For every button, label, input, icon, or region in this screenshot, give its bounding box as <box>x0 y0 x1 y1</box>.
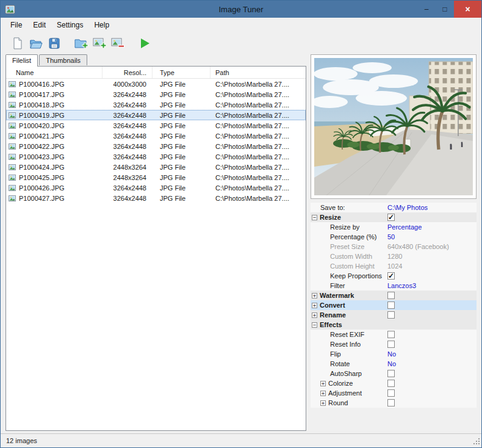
file-row[interactable]: P1000416.JPG4000x3000JPG FileC:\Photos\M… <box>6 79 306 89</box>
file-path: C:\Photos\Marbella 27.... <box>210 122 306 129</box>
expand-icon[interactable]: + <box>312 303 317 308</box>
setting-row-autosharp[interactable]: AutoSharp <box>311 369 477 378</box>
setting-value[interactable]: No <box>387 350 396 358</box>
setting-label: Preset Size <box>330 243 364 250</box>
resize-grip[interactable] <box>473 438 481 447</box>
checkbox-unchecked[interactable] <box>387 380 395 387</box>
expand-icon[interactable]: + <box>320 391 326 396</box>
file-row[interactable]: P1000426.JPG3264x2448JPG FileC:\Photos\M… <box>6 182 306 193</box>
file-row[interactable]: P1000418.JPG3264x2448JPG FileC:\Photos\M… <box>6 99 306 110</box>
setting-row-preset-size[interactable]: Preset Size640x480 (Facebook) <box>311 242 477 251</box>
checkbox-unchecked[interactable] <box>387 389 395 397</box>
checkbox-unchecked[interactable] <box>387 370 395 377</box>
column-header-type[interactable]: Type <box>153 67 210 78</box>
expand-icon[interactable]: + <box>312 313 317 318</box>
file-resolution: 3264x2448 <box>103 132 153 140</box>
checkbox-unchecked[interactable] <box>387 399 395 406</box>
setting-row-round[interactable]: +Round <box>311 398 477 408</box>
collapse-icon[interactable]: − <box>312 322 317 328</box>
setting-row-reset-exif[interactable]: Reset EXIF <box>311 330 477 339</box>
setting-row-convert[interactable]: +Convert <box>311 300 477 310</box>
setting-value[interactable]: 50 <box>387 233 395 240</box>
start-button[interactable] <box>135 34 154 52</box>
checkbox-unchecked[interactable] <box>387 292 395 299</box>
new-file-button[interactable] <box>9 34 27 52</box>
file-type: JPG File <box>153 143 210 150</box>
checkbox-unchecked[interactable] <box>387 302 395 309</box>
add-folder-button[interactable] <box>72 34 90 52</box>
setting-row-flip[interactable]: FlipNo <box>311 349 477 359</box>
file-path: C:\Photos\Marbella 27.... <box>210 91 306 98</box>
file-row[interactable]: P1000422.JPG3264x2448JPG FileC:\Photos\M… <box>6 141 306 151</box>
setting-row-rename[interactable]: +Rename <box>311 310 477 320</box>
column-header-path[interactable]: Path <box>210 67 306 78</box>
file-name-cell: P1000423.JPG <box>6 153 103 161</box>
close-button[interactable]: × <box>454 1 481 18</box>
setting-label: Reset Info <box>330 341 361 348</box>
setting-row-colorize[interactable]: +Colorize <box>311 378 477 388</box>
file-row[interactable]: P1000420.JPG3264x2448JPG FileC:\Photos\M… <box>6 120 306 131</box>
expand-icon[interactable]: + <box>320 381 326 386</box>
setting-row-watermark[interactable]: +Watermark <box>311 291 477 300</box>
file-type: JPG File <box>153 184 210 192</box>
expand-icon[interactable]: + <box>320 400 326 406</box>
setting-value[interactable]: 1024 <box>387 262 402 270</box>
menu-item-file[interactable]: File <box>5 19 27 31</box>
setting-row-custom-height[interactable]: Custom Height1024 <box>311 261 477 271</box>
tab-thumbnails[interactable]: Thumbnails <box>39 54 87 65</box>
add-images-button[interactable] <box>90 34 109 52</box>
checkbox-unchecked[interactable] <box>387 331 395 338</box>
collapse-icon[interactable]: − <box>312 215 317 220</box>
file-row[interactable]: P1000425.JPG2448x3264JPG FileC:\Photos\M… <box>6 172 306 182</box>
setting-row-custom-width[interactable]: Custom Width1280 <box>311 251 477 261</box>
file-row[interactable]: P1000427.JPG3264x2448JPG FileC:\Photos\M… <box>6 193 306 203</box>
setting-label: Resize by <box>330 223 359 231</box>
setting-row-adjustment[interactable]: +Adjustment <box>311 388 477 398</box>
open-folder-button[interactable] <box>27 34 45 52</box>
file-row[interactable]: P1000424.JPG2448x3264JPG FileC:\Photos\M… <box>6 162 306 172</box>
file-row[interactable]: P1000423.JPG3264x2448JPG FileC:\Photos\M… <box>6 151 306 162</box>
setting-value[interactable]: Lanczos3 <box>387 282 416 289</box>
setting-row-rotate[interactable]: RotateNo <box>311 359 477 369</box>
menu-item-help[interactable]: Help <box>88 19 115 31</box>
setting-value[interactable]: 1280 <box>387 253 402 260</box>
file-type: JPG File <box>153 112 210 119</box>
setting-row-keep-proportions[interactable]: Keep Proportions <box>311 271 477 281</box>
save-to-label: Save to: <box>320 204 345 211</box>
column-header-resolution[interactable]: Resol... <box>103 67 153 78</box>
menu-item-settings[interactable]: Settings <box>51 19 88 31</box>
file-path: C:\Photos\Marbella 27.... <box>210 153 306 161</box>
setting-row-effects[interactable]: −Effects <box>311 320 477 330</box>
file-name-cell: P1000417.JPG <box>6 91 103 98</box>
column-header-name[interactable]: Name <box>6 67 103 78</box>
file-resolution: 3264x2448 <box>103 195 153 202</box>
minimize-button[interactable]: – <box>417 1 436 18</box>
title-bar[interactable]: Image Tuner – □ × <box>1 1 481 18</box>
setting-row-filter[interactable]: FilterLanczos3 <box>311 281 477 291</box>
image-file-icon <box>9 143 16 150</box>
checkbox-checked[interactable] <box>387 214 395 221</box>
image-file-icon <box>9 91 16 98</box>
tab-filelist[interactable]: Filelist <box>5 54 38 67</box>
file-row[interactable]: P1000417.JPG3264x2448JPG FileC:\Photos\M… <box>6 89 306 99</box>
checkbox-unchecked[interactable] <box>387 341 395 348</box>
setting-value[interactable]: 640x480 (Facebook) <box>387 243 449 250</box>
checkbox-checked[interactable] <box>387 272 395 280</box>
file-row[interactable]: P1000421.JPG3264x2448JPG FileC:\Photos\M… <box>6 131 306 141</box>
image-file-icon <box>9 122 16 129</box>
menu-item-edit[interactable]: Edit <box>27 19 51 31</box>
remove-images-button[interactable] <box>109 34 127 52</box>
setting-row-resize-by[interactable]: Resize byPercentage <box>311 222 477 232</box>
setting-value[interactable]: No <box>387 360 396 367</box>
file-row[interactable]: P1000419.JPG3264x2448JPG FileC:\Photos\M… <box>6 110 306 120</box>
maximize-button[interactable]: □ <box>436 1 454 18</box>
save-button[interactable] <box>45 34 63 52</box>
checkbox-unchecked[interactable] <box>387 311 395 319</box>
setting-value[interactable]: Percentage <box>387 223 422 231</box>
setting-row-reset-info[interactable]: Reset Info <box>311 339 477 349</box>
setting-label: Rename <box>320 311 346 319</box>
setting-row-percentage-[interactable]: Percentage (%)50 <box>311 232 477 242</box>
setting-row-resize[interactable]: −Resize <box>311 212 477 222</box>
expand-icon[interactable]: + <box>312 293 317 298</box>
save-to-value[interactable]: C:\My Photos <box>387 204 428 211</box>
